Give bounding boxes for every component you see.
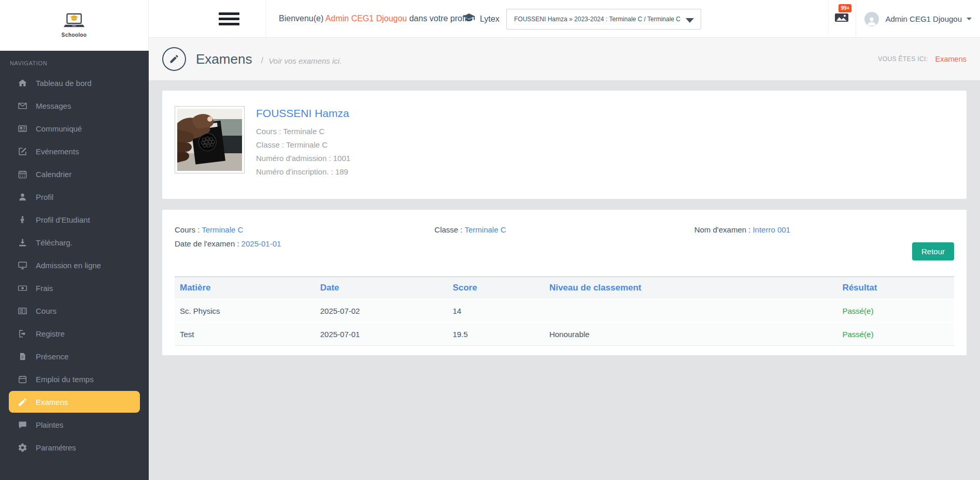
sidebar-section-label: NAVIGATION xyxy=(0,51,149,70)
comment-icon xyxy=(17,419,27,430)
student-card: FOUSSENI Hamza Cours : Terminale C Class… xyxy=(162,91,967,199)
student-icon xyxy=(17,214,27,225)
chevron-down-icon xyxy=(686,18,694,23)
breadcrumb-current-link[interactable]: Examens xyxy=(935,55,967,63)
notification-count-badge: 99+ xyxy=(839,4,851,12)
sidebar-item-label: Communiqué xyxy=(36,124,82,133)
user-name: Admin CEG1 Djougou xyxy=(885,14,962,23)
sidebar-item-label: Examens xyxy=(36,398,68,406)
sidebar-item-profil-etudiant[interactable]: Profil d'Etudiant xyxy=(0,208,149,231)
sidebar-item-calendrier[interactable]: Calendrier xyxy=(0,163,149,185)
sidebar-item-telecharg[interactable]: Télécharg. xyxy=(0,231,149,254)
laptop-graduation-logo-icon xyxy=(63,13,86,31)
sidebar-item-label: Paramétres xyxy=(36,443,76,452)
column-header-matiere: Matière xyxy=(175,277,315,300)
student-registration-number: Numéro d'inscription. : 189 xyxy=(256,165,350,179)
page-title: Examens xyxy=(196,51,252,67)
sidebar-item-cours[interactable]: Cours xyxy=(0,299,149,322)
sidebar-item-evenements[interactable]: Evénements xyxy=(0,140,149,163)
student-name-link[interactable]: FOUSSENI Hamza xyxy=(256,107,350,120)
sidebar-item-admission-en-ligne[interactable]: Admission en ligne xyxy=(0,254,149,277)
table-header-row: Matière Date Score Niveau de classement … xyxy=(175,277,954,300)
header-divider xyxy=(265,0,266,38)
money-icon xyxy=(17,283,27,293)
column-header-niveau: Niveau de classement xyxy=(544,277,837,300)
sidebar-item-presence[interactable]: Présence xyxy=(0,345,149,368)
cell-date: 2025-07-01 xyxy=(315,323,448,346)
student-photo xyxy=(175,106,245,173)
cell-date: 2025-07-02 xyxy=(315,299,448,323)
sidebar-item-messages[interactable]: Messages xyxy=(0,94,149,117)
student-class: Classe : Terminale C xyxy=(256,138,350,152)
chevron-down-icon xyxy=(967,18,972,20)
breadcrumb-label: VOUS ÊTES ICI: xyxy=(878,55,928,63)
sidebar-item-communique[interactable]: Communiqué xyxy=(0,117,149,140)
cell-score: 14 xyxy=(447,299,544,323)
list-icon xyxy=(17,306,27,316)
exam-column: Classe :Terminale C xyxy=(434,224,694,252)
cell-niveau: Honourable xyxy=(544,323,837,346)
avatar xyxy=(864,12,879,26)
welcome-message: Bienvenu(e) Admin CEG1 Djougou dans votr… xyxy=(279,14,471,23)
page-pencil-icon xyxy=(162,47,186,71)
student-course: Cours : Terminale C xyxy=(256,125,350,138)
cell-matiere: Sc. Physics xyxy=(175,299,315,323)
sidebar-item-label: Frais xyxy=(36,284,53,293)
user-menu[interactable]: Admin CEG1 Djougou xyxy=(864,12,972,26)
sidebar-item-label: Profil xyxy=(36,193,53,201)
download-icon xyxy=(17,237,27,248)
breadcrumb: VOUS ÊTES ICI: Examens xyxy=(878,55,967,63)
student-session-selector[interactable]: FOUSSENI Hamza » 2023-2024 : Terminale C… xyxy=(506,9,701,30)
page-subtitle: Voir vos examens ici. xyxy=(268,56,342,65)
desktop-icon xyxy=(17,260,27,270)
table-row: Test 2025-07-01 19.5 Honourable Passé(e) xyxy=(175,323,954,346)
student-admission-number: Numéro d'admission : 1001 xyxy=(256,152,350,165)
sidebar-item-plaintes[interactable]: Plaintes xyxy=(0,413,149,436)
file-icon xyxy=(17,351,27,361)
graduation-cap-icon xyxy=(463,13,475,25)
cell-niveau xyxy=(544,299,837,323)
sidebar-menu: Tableau de bord Messages Communiqué Evén… xyxy=(0,71,149,459)
exam-course-field: Cours :Terminale C xyxy=(175,224,434,235)
sidebar-item-parametres[interactable]: Paramétres xyxy=(0,436,149,459)
image-icon xyxy=(835,13,848,24)
sidebar-item-label: Admission en ligne xyxy=(36,261,101,270)
signout-icon xyxy=(17,328,27,339)
exam-column: Cours :Terminale C Date de l'examen :202… xyxy=(175,224,434,252)
column-header-score: Score xyxy=(447,277,544,300)
student-info: FOUSSENI Hamza Cours : Terminale C Class… xyxy=(256,107,350,199)
welcome-user-name: Admin CEG1 Djougou xyxy=(325,14,407,23)
exam-class-field: Classe :Terminale C xyxy=(434,224,694,235)
lytex-label: Lytex xyxy=(480,14,500,24)
sidebar-item-tableau-de-bord[interactable]: Tableau de bord xyxy=(0,71,149,94)
cell-score: 19.5 xyxy=(447,323,544,346)
sidebar: Schooloo NAVIGATION Tableau de bord Mess… xyxy=(0,0,149,480)
cell-resultat: Passé(e) xyxy=(837,299,954,323)
main-content: FOUSSENI Hamza Cours : Terminale C Class… xyxy=(149,80,980,480)
cell-matiere: Test xyxy=(175,323,315,346)
top-header: Bienvenu(e) Admin CEG1 Djougou dans votr… xyxy=(149,0,980,38)
sidebar-item-label: Télécharg. xyxy=(36,238,73,247)
sidebar-item-emploi-du-temps[interactable]: Emploi du temps xyxy=(0,368,149,390)
notifications-button[interactable]: 99+ xyxy=(829,0,856,38)
pencil-icon xyxy=(17,397,27,407)
envelope-icon xyxy=(17,100,27,111)
back-button[interactable]: Retour xyxy=(912,242,954,260)
sidebar-item-profil[interactable]: Profil xyxy=(0,185,149,208)
gear-icon xyxy=(17,442,27,453)
exam-card: Cours :Terminale C Date de l'examen :202… xyxy=(162,210,967,355)
brand-logo[interactable]: Schooloo xyxy=(0,0,149,51)
sidebar-item-label: Registre xyxy=(36,329,65,338)
exam-date-field: Date de l'examen :2025-01-01 xyxy=(175,238,434,249)
header-divider xyxy=(856,0,856,38)
sidebar-item-label: Messages xyxy=(36,101,71,110)
sidebar-item-frais[interactable]: Frais xyxy=(0,277,149,299)
user-icon xyxy=(17,192,27,202)
sidebar-item-registre[interactable]: Registre xyxy=(0,322,149,345)
sidebar-item-examens[interactable]: Examens xyxy=(9,391,140,413)
calendar-icon xyxy=(17,169,27,179)
exam-summary-fields: Cours :Terminale C Date de l'examen :202… xyxy=(175,224,954,252)
column-header-resultat: Résultat xyxy=(837,277,954,300)
hamburger-menu-button[interactable] xyxy=(219,10,239,28)
sidebar-item-label: Plaintes xyxy=(36,420,63,429)
